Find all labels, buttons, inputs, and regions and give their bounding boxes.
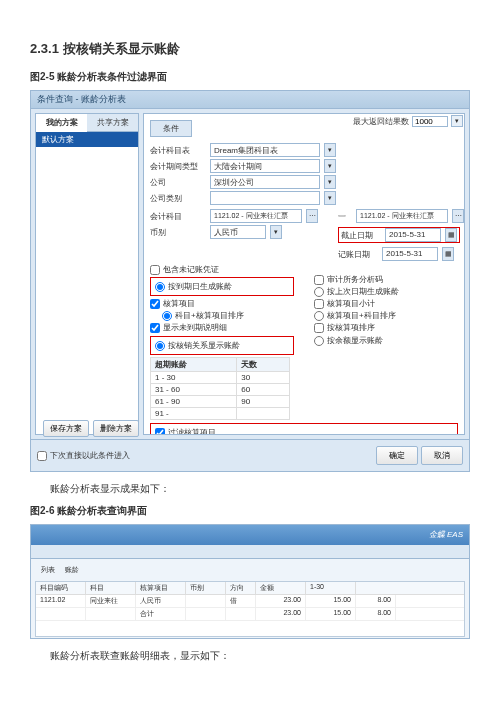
scheme-list: 默认方案 <box>36 132 138 434</box>
bookdate-label: 记账日期 <box>338 249 378 260</box>
cancel-button[interactable]: 取消 <box>421 446 463 465</box>
grid-row-total: 合计 23.00 15.00 8.00 <box>36 608 464 621</box>
ok-button[interactable]: 确定 <box>376 446 418 465</box>
max-rows-label: 最大返回结果数 <box>353 116 409 127</box>
rb-by-balance[interactable]: 按余额显示账龄 <box>314 335 458 346</box>
calendar-icon[interactable]: ▦ <box>445 228 457 242</box>
company-label: 公司 <box>150 177 206 188</box>
fig2-caption: 图2-6 账龄分析表查询界面 <box>30 504 470 518</box>
cb-auditor[interactable]: 审计所务分析码 <box>314 274 458 285</box>
deadline-label: 截止日期 <box>341 230 381 241</box>
picker-icon[interactable]: ▾ <box>324 143 336 157</box>
currency-field[interactable]: 人民币 <box>210 225 266 239</box>
grid-row[interactable]: 1121.02 同业来往 人民币 借 23.00 15.00 8.00 <box>36 595 464 608</box>
cb-filter-asm[interactable]: 过滤核算项目 <box>155 427 453 435</box>
brand-label: 金蝶 EAS <box>429 529 463 540</box>
period-type-field[interactable]: 大陆会计期间 <box>210 159 320 173</box>
filter-dialog: 条件查询 - 账龄分析表 最大返回结果数 ▾ 我的方案 共享方案 默认方案 条件… <box>30 90 470 472</box>
cb-show-detail[interactable]: 显示未到期说明细 <box>150 322 294 333</box>
picker-icon[interactable]: ▾ <box>324 159 336 173</box>
acct-subject-field[interactable]: Dream集团科目表 <box>210 143 320 157</box>
rb-by-verify[interactable]: 按核销关系显示账龄 <box>155 340 289 351</box>
company-cat-label: 公司类别 <box>150 193 206 204</box>
cb-order-asm[interactable]: 按核算项排序 <box>314 322 458 333</box>
query-window: 金蝶 EAS 列表 账龄 科目编码 科目 核算项目 币别 方向 金额 1-30 … <box>30 524 470 639</box>
acct-from-field[interactable]: 1121.02 - 同业来往汇票 <box>210 209 302 223</box>
acct-to-field[interactable]: 1121.02 - 同业来往汇票 <box>356 209 448 223</box>
rb-by-deadline[interactable]: 按到期日生成账龄 <box>155 281 289 292</box>
period-type-label: 会计期间类型 <box>150 161 206 172</box>
tab-my-scheme[interactable]: 我的方案 <box>36 114 87 132</box>
result-grid: 科目编码 科目 核算项目 币别 方向 金额 1-30 1121.02 同业来往 … <box>35 581 465 637</box>
cb-subtotal[interactable]: 核算项目小计 <box>314 298 458 309</box>
body-text-2: 账龄分析表联查账龄明细表，显示如下： <box>30 649 470 663</box>
picker-icon[interactable]: ▾ <box>324 175 336 189</box>
max-rows-spinner[interactable]: ▾ <box>451 115 463 127</box>
cb-asm-sub-order[interactable]: 核算项目+科目排序 <box>314 310 458 321</box>
tab-shared-scheme[interactable]: 共享方案 <box>87 114 138 132</box>
max-rows-group: 最大返回结果数 ▾ <box>353 115 463 127</box>
company-field[interactable]: 深圳分公司 <box>210 175 320 189</box>
acct-subject-label: 会计科目表 <box>150 145 206 156</box>
aging-table: 超期账龄天数 1 - 3030 31 - 6060 61 - 9090 91 - <box>150 357 290 420</box>
bookdate-field[interactable]: 2015-5-31 <box>382 247 438 261</box>
save-scheme-button[interactable]: 保存方案 <box>43 420 89 437</box>
max-rows-input[interactable] <box>412 116 448 127</box>
result-tab-list[interactable]: 列表 <box>41 565 55 575</box>
section-heading: 2.3.1 按核销关系显示账龄 <box>30 40 470 58</box>
picker-icon[interactable]: ▾ <box>324 191 336 205</box>
cb-asm[interactable]: 核算项目 <box>150 298 294 309</box>
currency-label: 币别 <box>150 227 206 238</box>
delete-scheme-button[interactable]: 删除方案 <box>93 420 139 437</box>
cb-sub-asm-order[interactable]: 科目+核算项目排序 <box>162 310 294 321</box>
tab-conditions[interactable]: 条件 <box>150 120 192 137</box>
picker-icon[interactable]: ⋯ <box>452 209 464 223</box>
body-text-1: 账龄分析表显示成果如下： <box>30 482 470 496</box>
company-cat-field[interactable] <box>210 191 320 205</box>
picker-icon[interactable]: ⋯ <box>306 209 318 223</box>
picker-icon[interactable]: ▾ <box>270 225 282 239</box>
result-tab-aging[interactable]: 账龄 <box>65 565 79 575</box>
calendar-icon[interactable]: ▦ <box>442 247 454 261</box>
acct-label: 会计科目 <box>150 211 206 222</box>
scheme-panel: 我的方案 共享方案 默认方案 <box>35 113 139 435</box>
fig1-caption: 图2-5 账龄分析表条件过滤界面 <box>30 70 470 84</box>
cb-include-unposted[interactable]: 包含未记账凭证 <box>150 264 294 275</box>
deadline-field[interactable]: 2015-5-31 <box>385 228 441 242</box>
conditions-panel: 条件 会计科目表 Dream集团科目表 ▾ 会计期间类型 大陆会计期间 ▾ 公司… <box>143 113 465 435</box>
cb-no-show-next[interactable]: 下次直接以此条件进入 <box>37 450 130 461</box>
dialog-header: 条件查询 - 账龄分析表 <box>31 91 469 109</box>
scheme-item-default[interactable]: 默认方案 <box>36 132 138 147</box>
cb-by-lastgen[interactable]: 按上次日期生成账龄 <box>314 286 458 297</box>
